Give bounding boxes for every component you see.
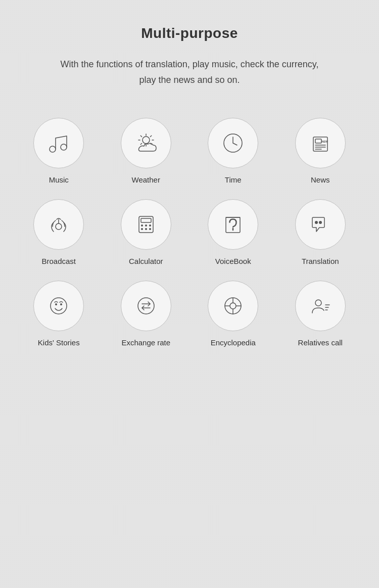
calculator-icon-circle (121, 199, 171, 250)
feature-calculator: Calculator (105, 199, 187, 265)
svg-point-32 (55, 303, 57, 305)
feature-news: NEW News (279, 118, 362, 184)
broadcast-icon-circle (33, 199, 84, 250)
svg-point-18 (56, 223, 62, 230)
svg-point-36 (230, 303, 236, 309)
features-grid: Music Weather (18, 118, 361, 347)
encyclopedia-icon (221, 294, 245, 318)
time-icon-circle (208, 118, 258, 168)
broadcast-label: Broadcast (41, 257, 76, 265)
feature-voicebook: VoiceBook (192, 199, 274, 265)
broadcast-icon (46, 212, 71, 237)
news-label: News (311, 175, 330, 184)
music-icon (46, 131, 71, 155)
kids-stories-label: Kids' Stories (38, 338, 80, 347)
page-description: With the functions of translation, play … (58, 57, 321, 87)
svg-point-23 (145, 224, 147, 227)
feature-exchange-rate: Exchange rate (105, 281, 187, 347)
feature-relatives-call: Relatives call (279, 281, 362, 347)
feature-music: Music (18, 118, 100, 184)
calculator-icon (134, 212, 158, 237)
svg-point-26 (145, 228, 147, 230)
svg-point-0 (50, 146, 56, 152)
feature-broadcast: Broadcast (18, 199, 100, 265)
translation-label: Translation (302, 257, 339, 265)
feature-kids-stories: Kids' Stories (18, 281, 100, 347)
encyclopedia-label: Encyclopedia (211, 338, 256, 347)
feature-time: Time (192, 118, 274, 184)
relatives-call-icon-circle (295, 281, 346, 331)
relatives-call-label: Relatives call (298, 338, 343, 347)
svg-rect-21 (141, 218, 151, 222)
weather-label: Weather (132, 175, 160, 184)
exchange-rate-icon (134, 294, 158, 318)
svg-point-30 (319, 221, 322, 224)
time-icon (221, 131, 245, 155)
kids-stories-icon-circle (33, 281, 84, 331)
time-label: Time (225, 175, 242, 184)
voicebook-icon (221, 212, 245, 237)
svg-rect-13 (315, 139, 321, 143)
music-label: Music (49, 175, 69, 184)
svg-point-27 (149, 228, 151, 230)
feature-encyclopedia: Encyclopedia (192, 281, 274, 347)
feature-translation: Translation (279, 199, 362, 265)
news-icon-circle: NEW (295, 118, 346, 168)
translation-icon (308, 212, 333, 237)
encyclopedia-icon-circle (208, 281, 258, 331)
svg-point-29 (315, 221, 318, 224)
svg-point-31 (51, 298, 67, 314)
svg-point-33 (60, 303, 62, 305)
svg-point-25 (141, 228, 143, 230)
weather-icon-circle (121, 118, 171, 168)
svg-point-41 (315, 300, 321, 306)
kids-stories-icon (46, 294, 71, 318)
calculator-label: Calculator (129, 257, 163, 265)
svg-line-9 (150, 135, 151, 137)
news-icon: NEW (308, 131, 333, 155)
relatives-call-icon (308, 294, 333, 318)
feature-weather: Weather (105, 118, 187, 184)
svg-point-2 (143, 137, 150, 144)
translation-icon-circle (295, 199, 346, 250)
voicebook-icon-circle (208, 199, 258, 250)
exchange-rate-label: Exchange rate (121, 338, 170, 347)
voicebook-label: VoiceBook (215, 257, 251, 265)
svg-point-34 (138, 298, 154, 314)
weather-icon (134, 131, 158, 155)
svg-point-24 (149, 224, 151, 227)
exchange-rate-icon-circle (121, 281, 171, 331)
svg-line-10 (140, 144, 141, 145)
svg-line-7 (140, 135, 141, 137)
svg-point-1 (61, 144, 67, 150)
page: Multi-purpose With the functions of tran… (0, 0, 379, 588)
music-icon-circle (33, 118, 84, 168)
page-title: Multi-purpose (141, 25, 238, 41)
svg-point-22 (141, 224, 143, 227)
svg-text:NEW: NEW (322, 140, 328, 143)
